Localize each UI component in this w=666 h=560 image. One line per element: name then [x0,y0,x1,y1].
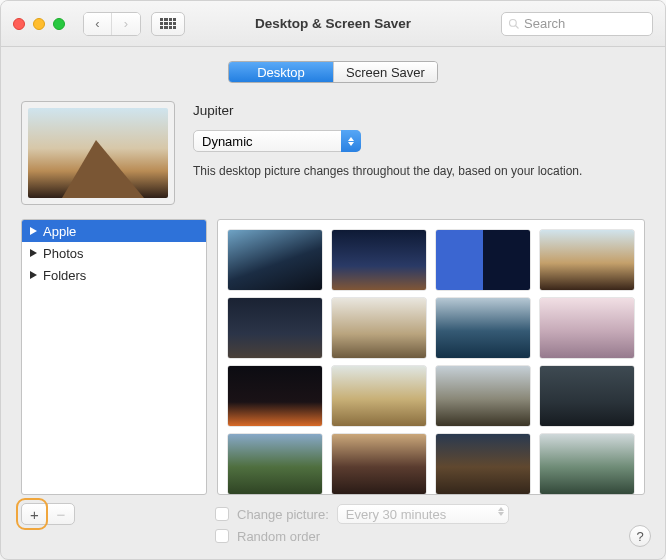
nav-buttons: ‹ › [83,12,141,36]
wallpaper-thumb[interactable] [540,434,634,494]
current-wallpaper-preview [21,101,175,205]
sidebar-item-apple[interactable]: Apple [22,220,206,242]
disclosure-icon [30,249,37,257]
change-picture-label: Change picture: [237,507,329,522]
window-controls [13,18,65,30]
wallpaper-thumb[interactable] [228,434,322,494]
wallpaper-thumb[interactable] [436,366,530,426]
disclosure-icon [30,271,37,279]
wallpaper-thumb[interactable] [332,230,426,290]
wallpaper-hint: This desktop picture changes throughout … [193,164,645,178]
svg-point-0 [510,19,517,26]
sidebar-item-photos[interactable]: Photos [22,242,206,264]
wallpaper-thumb[interactable] [332,298,426,358]
wallpaper-thumb[interactable] [228,298,322,358]
change-picture-checkbox[interactable] [215,507,229,521]
zoom-icon[interactable] [53,18,65,30]
mode-dropdown[interactable]: Dynamic [193,130,361,152]
footer: + − Change picture: Every 30 minutes Ran… [21,503,645,547]
show-all-button[interactable] [151,12,185,36]
source-sidebar[interactable]: ApplePhotosFolders [21,219,207,495]
wallpaper-name: Jupiter [193,103,645,118]
wallpaper-thumb[interactable] [436,230,530,290]
sidebar-item-folders[interactable]: Folders [22,264,206,286]
wallpaper-thumb[interactable] [540,230,634,290]
remove-folder-button: − [48,504,74,524]
sidebar-item-label: Apple [43,224,76,239]
tab-desktop[interactable]: Desktop [229,62,333,82]
wallpaper-thumb[interactable] [228,230,322,290]
chevron-updown-icon [498,507,504,516]
wallpaper-thumb[interactable] [332,434,426,494]
interval-value: Every 30 minutes [346,507,446,522]
forward-button: › [112,13,140,35]
picker: ApplePhotosFolders [21,219,645,495]
mode-value: Dynamic [202,134,253,149]
tab-screensaver[interactable]: Screen Saver [333,62,437,82]
random-order-checkbox[interactable] [215,529,229,543]
wallpaper-thumb[interactable] [436,434,530,494]
wallpaper-gallery[interactable] [217,219,645,495]
close-icon[interactable] [13,18,25,30]
search-icon [508,18,520,30]
wallpaper-thumb[interactable] [228,366,322,426]
add-folder-button[interactable]: + [22,504,48,524]
options: Change picture: Every 30 minutes Random … [215,503,645,547]
interval-dropdown: Every 30 minutes [337,504,509,524]
minimize-icon[interactable] [33,18,45,30]
sidebar-item-label: Folders [43,268,86,283]
svg-line-1 [516,25,519,28]
wallpaper-thumb[interactable] [540,366,634,426]
search-input[interactable]: Search [501,12,653,36]
wallpaper-thumb[interactable] [436,298,530,358]
chevron-updown-icon [341,130,361,152]
wallpaper-thumb[interactable] [332,366,426,426]
grid-icon [160,18,176,30]
wallpaper-thumb[interactable] [540,298,634,358]
back-button[interactable]: ‹ [84,13,112,35]
titlebar: ‹ › Desktop & Screen Saver Search [1,1,665,47]
sidebar-item-label: Photos [43,246,83,261]
add-remove-group: + − [21,503,75,525]
disclosure-icon [30,227,37,235]
tab-bar: Desktop Screen Saver [21,61,645,83]
content: Desktop Screen Saver Jupiter Dynamic Thi… [1,47,665,559]
wallpaper-info: Jupiter Dynamic This desktop picture cha… [21,101,645,205]
search-placeholder: Search [524,16,565,31]
prefs-window: ‹ › Desktop & Screen Saver Search Deskto… [0,0,666,560]
random-order-label: Random order [237,529,320,544]
help-button[interactable]: ? [629,525,651,547]
